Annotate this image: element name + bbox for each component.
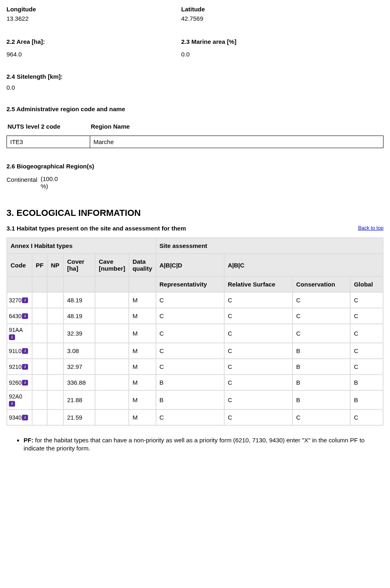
habitat-global-cell: B	[350, 390, 383, 409]
habitat-cave-cell	[95, 324, 129, 343]
marine-area-value: 0.0	[181, 50, 356, 58]
habitat-col-abcd: A|B|C|D	[156, 254, 224, 276]
habitat-np-cell	[47, 343, 63, 359]
info-icon[interactable]: i	[9, 334, 15, 340]
habitat-conservation-cell: C	[292, 409, 350, 425]
habitat-col-pf: PF	[32, 254, 47, 276]
habitat-relative-surface-cell: C	[224, 375, 292, 390]
coordinates-row: Longitude 13.3622 Latitude 42.7569	[6, 5, 384, 23]
habitat-representativity-cell: C	[156, 292, 224, 308]
admin-code-cell: ITE3	[7, 136, 90, 148]
habitat-np-cell	[47, 390, 63, 409]
habitat-global-cell: C	[350, 359, 383, 375]
admin-name-cell: Marche	[90, 136, 384, 148]
admin-col-name: Region Name	[90, 121, 384, 136]
habitat-conservation-cell: B	[292, 343, 350, 359]
table-row: 9210i32.97MCCBC	[7, 359, 383, 375]
info-icon[interactable]: i	[22, 313, 28, 319]
table-row: 91AAi32.39MCCCC	[7, 324, 383, 343]
habitat-pf-cell	[32, 324, 47, 343]
habitat-col-global: Global	[350, 276, 383, 292]
habitat-cave-cell	[95, 308, 129, 324]
info-icon[interactable]: i	[22, 348, 28, 354]
section-3-title: 3. ECOLOGICAL INFORMATION	[6, 208, 384, 218]
habitat-header-annex: Annex I Habitat types	[7, 238, 156, 254]
habitat-cave-cell	[95, 292, 129, 308]
habitat-pf-cell	[32, 409, 47, 425]
info-icon[interactable]: i	[22, 380, 28, 386]
habitat-cover-cell: 48.19	[63, 292, 95, 308]
habitat-col-relative-surface: Relative Surface	[224, 276, 292, 292]
habitat-relative-surface-cell: C	[224, 343, 292, 359]
habitat-conservation-cell: C	[292, 292, 350, 308]
habitat-pf-cell	[32, 292, 47, 308]
info-icon[interactable]: i	[9, 401, 15, 407]
habitat-np-cell	[47, 308, 63, 324]
habitat-code-cell: 92A0i	[7, 390, 32, 409]
biogeo-heading: 2.6 Biogeographical Region(s)	[6, 163, 384, 170]
habitat-dq-cell: M	[129, 375, 156, 390]
habitat-dq-cell: M	[129, 292, 156, 308]
habitat-col-cave: Cave [number]	[95, 254, 129, 276]
habitat-relative-surface-cell: C	[224, 324, 292, 343]
habitat-representativity-cell: B	[156, 375, 224, 390]
habitat-pf-cell	[32, 308, 47, 324]
habitat-np-cell	[47, 292, 63, 308]
habitat-code-cell: 91AAi	[7, 324, 32, 343]
habitat-representativity-cell: C	[156, 343, 224, 359]
latitude-label: Latitude	[181, 5, 356, 13]
habitat-code-cell: 9340i	[7, 409, 32, 425]
habitat-dq-cell: M	[129, 324, 156, 343]
info-icon[interactable]: i	[22, 297, 28, 303]
habitat-dq-cell: M	[129, 390, 156, 409]
habitat-relative-surface-cell: C	[224, 390, 292, 409]
table-row: 6430i48.19MCCCC	[7, 308, 383, 324]
habitat-code-cell: 9210i	[7, 359, 32, 375]
habitat-global-cell: B	[350, 375, 383, 390]
sitelength-value: 0.0	[6, 84, 384, 91]
habitat-table: Annex I Habitat types Site assessment Co…	[6, 237, 384, 426]
biogeo-row: Continental (100.0 %)	[6, 175, 384, 190]
habitat-col-abc: A|B|C	[224, 254, 383, 276]
habitat-representativity-cell: C	[156, 359, 224, 375]
note-pf: PF: for the habitat types that can have …	[24, 436, 384, 453]
habitat-pf-cell	[32, 390, 47, 409]
latitude-value: 42.7569	[181, 14, 356, 23]
habitat-representativity-cell: C	[156, 308, 224, 324]
longitude-value: 13.3622	[6, 14, 181, 23]
habitat-global-cell: C	[350, 343, 383, 359]
marine-area-label: 2.3 Marine area [%]	[181, 37, 356, 46]
habitat-global-cell: C	[350, 409, 383, 425]
habitat-dq-cell: M	[129, 343, 156, 359]
habitat-cave-cell	[95, 343, 129, 359]
table-row: 3270i48.19MCCCC	[7, 292, 383, 308]
admin-region-heading: 2.5 Administrative region code and name	[6, 106, 384, 112]
habitat-cover-cell: 32.97	[63, 359, 95, 375]
info-icon[interactable]: i	[22, 364, 28, 370]
sitelength-label: 2.4 Sitelength [km]:	[6, 73, 384, 80]
habitat-conservation-cell: C	[292, 308, 350, 324]
habitat-relative-surface-cell: C	[224, 292, 292, 308]
habitat-dq-cell: M	[129, 308, 156, 324]
habitat-col-cover: Cover [ha]	[63, 254, 95, 276]
habitat-header-assessment: Site assessment	[156, 238, 383, 254]
admin-col-code: NUTS level 2 code	[7, 121, 90, 136]
habitat-np-cell	[47, 324, 63, 343]
habitat-cave-cell	[95, 409, 129, 425]
habitat-conservation-cell: B	[292, 390, 350, 409]
habitat-representativity-cell: B	[156, 390, 224, 409]
habitat-code-cell: 9260i	[7, 375, 32, 390]
longitude-label: Longitude	[6, 5, 181, 13]
area-row: 2.2 Area [ha]: 964.0 2.3 Marine area [%]…	[6, 37, 384, 58]
table-row: 91L0i3.08MCCBC	[7, 343, 383, 359]
habitat-dq-cell: M	[129, 409, 156, 425]
table-row: 9260i336.88MBCBB	[7, 375, 383, 390]
habitat-global-cell: C	[350, 292, 383, 308]
habitat-representativity-cell: C	[156, 324, 224, 343]
table-row: 9340i21.59MCCCC	[7, 409, 383, 425]
back-to-top-link[interactable]: Back to top	[358, 225, 384, 232]
habitat-cave-cell	[95, 390, 129, 409]
info-icon[interactable]: i	[22, 415, 28, 420]
area-value: 964.0	[6, 50, 181, 58]
habitat-code-cell: 91L0i	[7, 343, 32, 359]
